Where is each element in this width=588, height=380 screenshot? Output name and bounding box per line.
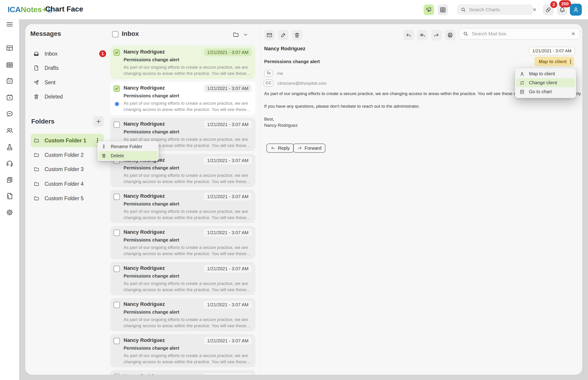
folder-item-custom-folder-5[interactable]: Custom Folder 5 <box>31 192 104 205</box>
folder-icon <box>34 166 39 172</box>
rail-item-chart-rooms[interactable] <box>5 61 14 69</box>
messages-heading: Messages <box>30 30 61 38</box>
kebab-icon <box>570 59 571 64</box>
folder-item-custom-folder-3[interactable]: Custom Folder 3 <box>31 163 104 176</box>
clear-mailbox-search-icon[interactable] <box>570 31 576 37</box>
message-checkbox[interactable] <box>114 230 120 236</box>
trash-icon <box>294 32 300 38</box>
message-checkbox[interactable] <box>114 338 120 344</box>
folder-item-custom-folder-2[interactable]: Custom Folder 2 <box>31 148 104 162</box>
trash-icon <box>101 153 107 158</box>
print-button[interactable] <box>445 30 455 40</box>
clear-search-icon[interactable] <box>532 7 537 12</box>
rail-item-messages[interactable] <box>5 110 14 118</box>
to-chip: To <box>264 70 273 77</box>
rail-item-calendar[interactable] <box>5 77 14 85</box>
nav-item-drafts[interactable]: Drafts <box>30 62 104 74</box>
print-icon <box>447 32 453 38</box>
message-date-badge: 1/21/2021 - 3:07 AM <box>204 84 252 92</box>
message-sender: Nancy Rodriguez <box>124 49 165 55</box>
search-charts-input[interactable] <box>469 7 532 13</box>
mark-unread-button[interactable] <box>264 30 275 40</box>
medications-badge: 2 <box>550 1 557 8</box>
top-bar: ICANotes+ Chart Face 2 200 <box>0 0 588 19</box>
message-list-item[interactable]: Nancy Rodriguez 1/21/2021 - 3:07 AM Perm… <box>110 262 255 295</box>
announcements-button[interactable] <box>424 5 434 15</box>
message-date-badge: 1/21/2021 - 3:07 AM <box>204 337 252 345</box>
nav-item-sent[interactable]: Sent <box>30 77 104 88</box>
message-checkbox[interactable] <box>114 374 120 375</box>
message-preview: As part of our ongoing efforts to create… <box>124 100 251 113</box>
message-list-item[interactable]: Nancy Rodriguez 1/21/2021 - 3:07 AM Perm… <box>110 190 255 223</box>
menu-item-change-client[interactable]: Change client <box>516 78 575 87</box>
add-folder-button[interactable] <box>93 116 104 127</box>
map-to-client-button[interactable]: Map to client <box>534 57 574 66</box>
message-sender: Nancy Rodriguez <box>124 85 165 91</box>
rail-item-labs[interactable] <box>5 143 14 151</box>
message-list-item[interactable]: Nancy Rodriguez 1/21/2021 - 3:07 AM Perm… <box>110 298 255 331</box>
message-checkbox[interactable] <box>114 85 120 92</box>
message-list-item[interactable]: Nancy Rodriguez 1/21/2021 - 3:07 AM Perm… <box>110 334 255 367</box>
message-list-item[interactable]: Nancy Rodriguez 1/21/2021 - 3:07 AM Perm… <box>110 226 255 259</box>
menu-item-map-to-client[interactable]: Map to client <box>516 69 575 78</box>
menu-item-label: Map to client <box>529 71 555 76</box>
menu-item-rename-folder[interactable]: Rename Folder <box>98 142 158 151</box>
message-date-badge: 1/21/2021 - 3:07 AM <box>204 48 252 56</box>
message-subject: Permissions change alert <box>124 129 179 134</box>
folder-label: Custom Folder 1 <box>45 137 86 144</box>
rail-item-support[interactable] <box>5 159 14 167</box>
message-subject: Permissions change alert <box>124 345 179 351</box>
left-rail: $ <box>0 19 19 380</box>
menu-item-go-to-chart[interactable]: Go to chart <box>516 87 575 96</box>
message-checkbox[interactable] <box>114 302 120 308</box>
search-mailbox-input[interactable] <box>471 31 570 37</box>
reply-label: Reply <box>278 146 290 151</box>
page-title: Chart Face <box>45 5 83 13</box>
profile-button[interactable] <box>570 4 582 16</box>
chat-icon <box>6 110 14 117</box>
menu-item-delete[interactable]: Delete <box>98 151 158 160</box>
message-list-item[interactable]: Nancy Rodriguez 1/21/2021 - 3:07 AM Perm… <box>110 46 255 79</box>
trash-icon <box>33 94 39 100</box>
message-checkbox[interactable] <box>114 193 120 200</box>
announcement-icon <box>425 6 432 13</box>
forward-toolbar-button[interactable] <box>431 30 442 40</box>
rail-item-scheduler[interactable] <box>5 93 14 101</box>
reply-icon <box>271 146 276 151</box>
search-icon <box>463 31 469 37</box>
reply-all-toolbar-button[interactable] <box>417 30 428 40</box>
message-list-item[interactable]: Nancy Rodriguez 1/21/2021 - 3:07 AM Perm… <box>110 82 255 115</box>
rail-item-settings[interactable] <box>5 208 14 216</box>
rail-item-dashboard[interactable] <box>5 44 14 52</box>
rail-item-billing[interactable]: $ <box>5 192 14 200</box>
message-date-badge: 1/21/2021 - 3:07 AM <box>204 157 252 164</box>
send-icon <box>33 79 39 86</box>
nav-item-inbox[interactable]: Inbox 1 <box>30 48 104 59</box>
message-list-item[interactable]: Nancy Rodriguez 1/21/2021 - 3:07 AM Perm… <box>110 370 255 375</box>
dashboard-icon <box>6 44 14 52</box>
message-subject: Permissions change alert <box>124 165 179 171</box>
message-checkbox[interactable] <box>114 121 120 128</box>
message-checkbox[interactable] <box>114 49 120 56</box>
message-date-badge: 1/21/2021 - 3:07 AM <box>204 193 252 200</box>
users-icon <box>6 127 14 134</box>
rail-item-patients[interactable] <box>5 126 14 134</box>
nav-item-deleted[interactable]: Deleted <box>30 91 104 102</box>
menu-button[interactable] <box>5 20 14 28</box>
message-sender: Nancy Rodriguez <box>124 229 165 235</box>
reply-toolbar-button[interactable] <box>403 30 414 40</box>
message-checkbox[interactable] <box>114 266 120 272</box>
chart-rooms-button[interactable] <box>438 5 448 15</box>
person-icon <box>519 71 525 77</box>
billing-icon: $ <box>6 192 14 200</box>
compose-button[interactable] <box>278 30 289 40</box>
rail-item-documents[interactable] <box>5 176 14 184</box>
reply-button[interactable]: Reply <box>266 144 294 153</box>
message-date-badge: 1/21/2021 - 3:07 AM <box>204 265 252 273</box>
folder-item-custom-folder-4[interactable]: Custom Folder 4 <box>31 177 104 190</box>
nav-label: Drafts <box>45 65 59 71</box>
folder-item-custom-folder-1[interactable]: Custom Folder 1 <box>31 134 104 147</box>
delete-message-button[interactable] <box>292 30 302 40</box>
menu-icon <box>5 20 14 28</box>
forward-button[interactable]: Forward <box>293 144 325 153</box>
